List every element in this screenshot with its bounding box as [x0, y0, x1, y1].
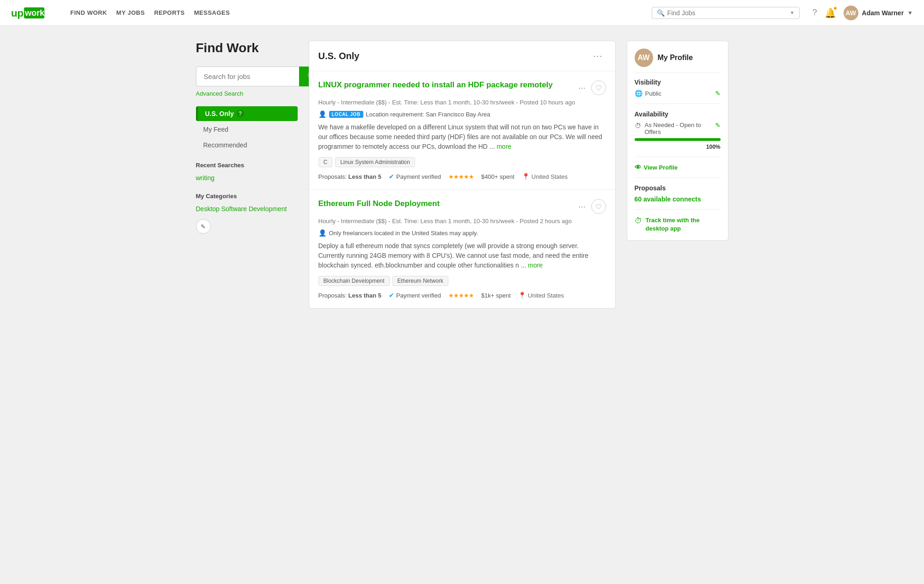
nav-reports[interactable]: REPORTS	[154, 9, 184, 16]
available-connects[interactable]: 60 available connects	[635, 195, 721, 203]
upwork-logo: up work	[11, 6, 57, 19]
notifications-button[interactable]: 🔔	[825, 7, 836, 18]
left-nav: U.S. Only ? My Feed Recommended	[196, 106, 298, 152]
job-card-header: LINUX programmer needed to install an HD…	[318, 80, 606, 95]
recommended-label: Recommended	[203, 141, 247, 149]
job-description: Deploy a full ethereum node that syncs c…	[318, 241, 606, 270]
location-icon: 👤	[318, 229, 326, 237]
jobs-section-title: U.S. Only	[318, 51, 360, 61]
jobs-header: U.S. Only ⋯	[309, 41, 615, 71]
flag-icon: 📍	[518, 292, 526, 299]
job-description: We have a makefile developed on a differ…	[318, 122, 606, 152]
payment-verified: ✔ Payment verified	[389, 173, 441, 180]
nav-my-jobs[interactable]: MY JOBS	[116, 9, 145, 16]
nav-item-my-feed[interactable]: My Feed	[196, 122, 298, 137]
profile-name: My Profile	[658, 54, 693, 62]
job-tags: C Linux System Administration	[318, 157, 606, 167]
jobs-more-options-button[interactable]: ⋯	[589, 49, 606, 63]
help-icon[interactable]: ?	[813, 8, 817, 18]
proposals-label: Proposals: Less than 5	[318, 173, 382, 180]
header-search-input[interactable]	[667, 9, 787, 17]
amount-spent: $1k+ spent	[481, 292, 511, 299]
edit-categories-button[interactable]: ✎	[196, 219, 211, 234]
job-country: 📍 United States	[518, 292, 564, 299]
track-time-link[interactable]: Track time with the desktop app	[646, 216, 721, 233]
job-save-button[interactable]: ♡	[591, 80, 606, 95]
job-title[interactable]: Ethereum Full Node Deployment	[318, 199, 440, 208]
job-save-button[interactable]: ♡	[591, 199, 606, 214]
availability-text: As Needed - Open to Offers	[645, 122, 711, 135]
job-meta: Hourly - Intermediate ($$) - Est. Time: …	[318, 218, 606, 225]
job-description-more-link[interactable]: more	[528, 262, 543, 269]
job-card-actions: ⋯ ♡	[575, 199, 606, 214]
job-title[interactable]: LINUX programmer needed to install an HD…	[318, 80, 553, 90]
main-nav: FIND WORK MY JOBS REPORTS MESSAGES	[70, 9, 230, 16]
notification-dot	[833, 6, 837, 10]
verified-icon: ✔	[389, 173, 394, 180]
view-profile-section: 👁 View Profile	[635, 164, 721, 178]
visibility-edit-button[interactable]: ✎	[715, 90, 721, 97]
help-question-icon[interactable]: ?	[237, 110, 244, 117]
user-menu[interactable]: AW Adam Warner ▼	[844, 6, 913, 20]
proposals-value: Less than 5	[349, 292, 382, 299]
availability-progress-fill	[635, 138, 721, 141]
verified-icon: ✔	[389, 292, 394, 299]
job-more-options-button[interactable]: ⋯	[575, 199, 589, 214]
search-input[interactable]	[196, 67, 299, 86]
job-tag[interactable]: Blockchain Development	[318, 276, 390, 286]
nav-item-recommended[interactable]: Recommended	[196, 138, 298, 152]
main-search-bar: 🔍	[196, 67, 298, 86]
nav-find-work[interactable]: FIND WORK	[70, 9, 107, 16]
left-sidebar: Find Work 🔍 Advanced Search U.S. Only ? …	[196, 41, 298, 309]
recent-searches-header: Recent Searches	[196, 162, 298, 169]
us-only-label: U.S. Only	[205, 110, 234, 117]
flag-icon: 📍	[522, 173, 530, 180]
visibility-title: Visibility	[635, 79, 721, 86]
track-time-section: ⏱ Track time with the desktop app	[635, 216, 721, 233]
recent-search-writing[interactable]: writing	[196, 172, 298, 183]
job-more-options-button[interactable]: ⋯	[575, 80, 589, 95]
user-name: Adam Warner	[862, 9, 904, 17]
nav-item-us-only[interactable]: U.S. Only ?	[196, 106, 298, 121]
eye-icon: 👁	[635, 164, 641, 171]
header-search-bar[interactable]: 🔍 ▼	[652, 7, 800, 19]
job-tag[interactable]: C	[318, 157, 333, 167]
top-header: up work FIND WORK MY JOBS REPORTS MESSAG…	[0, 0, 924, 26]
visibility-label: 🌐 Public	[635, 90, 661, 97]
svg-text:work: work	[24, 8, 45, 18]
job-footer: Proposals: Less than 5 ✔ Payment verifie…	[318, 173, 606, 180]
view-profile-button[interactable]: 👁 View Profile	[635, 164, 721, 171]
main-content: U.S. Only ⋯ LINUX programmer needed to i…	[309, 41, 616, 309]
availability-progress-label: 100%	[635, 144, 721, 150]
amount-spent: $400+ spent	[481, 173, 514, 180]
location-icon: 👤	[318, 110, 326, 118]
avatar: AW	[844, 6, 858, 20]
advanced-search-link[interactable]: Advanced Search	[196, 90, 298, 97]
right-panel: AW My Profile Visibility 🌐 Public ✎ Avai…	[627, 41, 728, 309]
search-icon: 🔍	[657, 9, 665, 17]
profile-header: AW My Profile	[635, 49, 721, 73]
page-title: Find Work	[196, 41, 298, 55]
profile-avatar: AW	[635, 49, 653, 67]
job-tag[interactable]: Ethereum Network	[392, 276, 448, 286]
job-description-more-link[interactable]: more	[496, 143, 511, 150]
clock-icon: ⏱	[635, 122, 641, 129]
job-card-actions: ⋯ ♡	[575, 80, 606, 95]
chevron-down-icon: ▼	[790, 10, 795, 15]
my-feed-label: My Feed	[203, 126, 228, 133]
header-icons: ? 🔔 AW Adam Warner ▼	[813, 6, 913, 20]
nav-messages[interactable]: MESSAGES	[194, 9, 230, 16]
job-meta: Hourly - Intermediate ($$) - Est. Time: …	[318, 99, 606, 106]
job-country: 📍 United States	[522, 173, 568, 180]
category-desktop-software[interactable]: Desktop Software Development	[196, 203, 298, 214]
clock-green-icon: ⏱	[635, 217, 642, 225]
job-tags: Blockchain Development Ethereum Network	[318, 276, 606, 286]
visibility-section: Visibility 🌐 Public ✎	[635, 79, 721, 104]
track-time-row: ⏱ Track time with the desktop app	[635, 216, 721, 233]
job-tag[interactable]: Linux System Administration	[335, 157, 415, 167]
proposals-title: Proposals	[635, 184, 721, 192]
profile-panel: AW My Profile Visibility 🌐 Public ✎ Avai…	[627, 41, 728, 241]
job-location: 👤 Only freelancers located in the United…	[318, 229, 606, 237]
proposals-section: Proposals 60 available connects	[635, 184, 721, 210]
availability-edit-button[interactable]: ✎	[715, 122, 721, 129]
